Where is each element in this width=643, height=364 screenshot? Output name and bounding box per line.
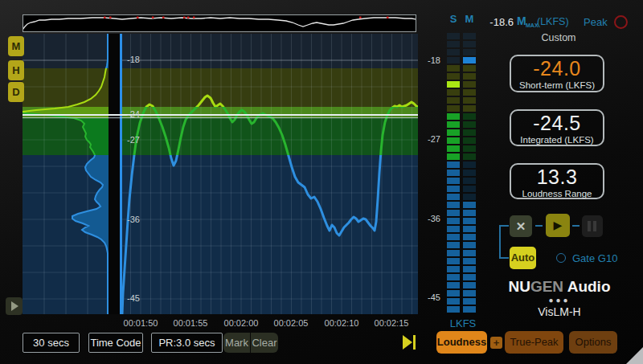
meter-scale-label: -18 xyxy=(423,55,440,65)
meter-segment-m xyxy=(463,121,476,128)
truepeak-tab-button[interactable]: True-Peak xyxy=(505,331,563,354)
loudness-range-label: Loudness Range xyxy=(511,188,603,199)
graph-time-label: 00:01:55 xyxy=(166,318,215,328)
meter-segment-m xyxy=(463,298,476,305)
auto-button[interactable]: Auto xyxy=(510,247,536,269)
connector-dash-1 xyxy=(535,225,543,227)
play-icon: ▶ xyxy=(554,219,563,231)
skip-to-end-bar[interactable] xyxy=(413,335,416,350)
peak-indicator[interactable] xyxy=(614,15,628,29)
over-marker xyxy=(359,17,362,19)
meter-segment-m xyxy=(463,266,476,272)
meter-segment-m xyxy=(463,129,476,136)
resize-grip[interactable] xyxy=(626,347,643,364)
over-marker xyxy=(152,17,154,19)
over-marker xyxy=(104,17,106,19)
zone-band xyxy=(23,34,418,68)
meter-segment-s xyxy=(447,170,460,176)
vislm-plugin-window: -18-24-27-36-4500:01:5000:01:5500:02:000… xyxy=(0,0,643,364)
meter-segment-m xyxy=(463,105,476,112)
clear-button[interactable]: Clear xyxy=(251,333,278,353)
meter-scale-label: -45 xyxy=(423,292,440,302)
meter-segment-m xyxy=(463,242,476,248)
meter-m-header: M xyxy=(459,13,480,25)
over-marker xyxy=(193,17,195,19)
meter-scale-label: -27 xyxy=(423,134,440,144)
meter-unit-label: LKFS xyxy=(440,317,485,329)
view-button-m[interactable]: M xyxy=(8,36,24,56)
view-button-h[interactable]: H xyxy=(8,60,24,80)
graph-value-label: -45 xyxy=(127,293,140,303)
meter-segment-s xyxy=(447,186,460,192)
play-button[interactable]: ▶ xyxy=(546,214,570,237)
target-line xyxy=(23,114,418,116)
meter-segment-s xyxy=(447,113,460,120)
graph-time-label: 00:01:50 xyxy=(117,318,165,328)
pause-button[interactable] xyxy=(582,215,603,237)
pr-button[interactable]: PR:3.0 secs xyxy=(151,333,223,353)
meter-segment-m xyxy=(463,33,476,39)
meter-segment-s xyxy=(447,33,460,39)
zone-band xyxy=(23,68,418,107)
mmax-m-label: M xyxy=(517,14,526,27)
meter-segment-s xyxy=(447,97,460,104)
graph-value-label: -36 xyxy=(127,215,140,224)
meter-segment-m xyxy=(463,81,476,88)
short-term-readout[interactable]: -24.0 Short-term (LKFS) xyxy=(510,55,604,92)
target-line-2 xyxy=(23,117,418,118)
overview-waveform xyxy=(23,15,416,31)
meter-segment-s xyxy=(447,41,460,47)
histogram-play-button[interactable] xyxy=(6,297,23,315)
overview-strip[interactable] xyxy=(23,14,416,32)
meter-segment-s xyxy=(447,258,460,264)
brand-dots: ●●● xyxy=(482,296,637,305)
meter-segment-s xyxy=(447,129,460,136)
meter-segment-s xyxy=(447,137,460,144)
meter-segment-m xyxy=(463,97,476,104)
mmax-value: -18.6 xyxy=(480,16,514,28)
graph-time-label: 00:02:00 xyxy=(217,318,265,328)
add-meter-button[interactable]: + xyxy=(490,337,502,349)
mark-button[interactable]: Mark xyxy=(223,333,250,353)
meter-segment-m xyxy=(463,145,476,152)
loudness-range-value: 13.3 xyxy=(511,166,603,188)
meter-segment-s xyxy=(447,274,460,280)
options-button[interactable]: Options xyxy=(569,331,617,354)
meter-segment-m xyxy=(463,194,476,200)
meter-segment-s xyxy=(447,218,460,224)
loudness-range-readout[interactable]: 13.3 Loudness Range xyxy=(510,163,604,199)
meter-segment-m xyxy=(463,73,476,80)
graph-value-label: -18 xyxy=(127,55,140,64)
meter-segment-m xyxy=(463,89,476,96)
meter-segment-s xyxy=(447,194,460,200)
graph-time-label: 00:02:10 xyxy=(317,318,366,328)
meter-segment-m xyxy=(463,41,476,47)
gate-label[interactable]: Gate G10 xyxy=(572,252,617,264)
brand-audio: Audio xyxy=(563,278,610,295)
loudness-tab-button[interactable]: Loudness xyxy=(436,331,487,354)
meter-segment-m xyxy=(463,226,476,232)
meter-segment-s xyxy=(447,89,460,96)
over-marker xyxy=(187,17,190,19)
window-length-button[interactable]: 30 secs xyxy=(23,333,80,353)
meter-segment-s xyxy=(447,266,460,272)
meter-segment-s xyxy=(447,210,460,216)
meter-segment-m xyxy=(463,218,476,224)
skip-to-end-icon[interactable] xyxy=(403,335,412,350)
play-icon xyxy=(11,301,18,311)
preset-label[interactable]: Custom xyxy=(482,32,635,43)
meter-segment-m xyxy=(463,258,476,264)
zone-band xyxy=(23,118,418,155)
loudness-history-graph[interactable] xyxy=(23,34,418,314)
stop-reset-button[interactable]: ✕ xyxy=(510,215,532,237)
view-button-d[interactable]: D xyxy=(8,82,24,102)
meter-segment-m xyxy=(463,306,476,313)
meter-segment-s xyxy=(447,282,460,288)
meter-segment-m xyxy=(463,202,476,208)
meter-segment-s xyxy=(447,234,460,240)
integrated-readout[interactable]: -24.5 Integrated (LKFS) xyxy=(510,109,604,146)
graph-time-label: 00:02:05 xyxy=(267,318,315,328)
gate-radio[interactable] xyxy=(556,253,566,263)
zone-band xyxy=(23,155,418,314)
timecode-button[interactable]: Time Code xyxy=(88,333,143,353)
